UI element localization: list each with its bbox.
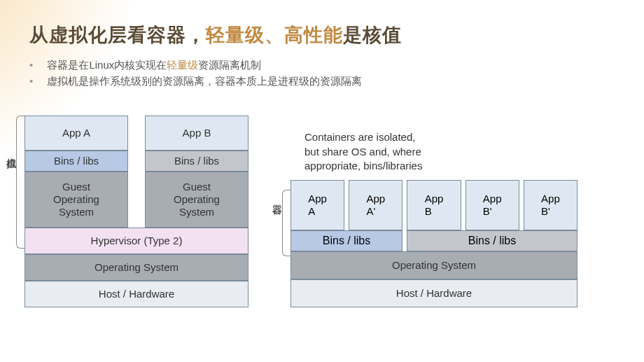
- vm-bracket: [16, 116, 24, 249]
- bullet-list: 容器是在Linux内核实现在轻量级资源隔离机制 虚拟机是操作系统级别的资源隔离，…: [29, 56, 362, 91]
- container-bins-right: Bins / libs: [407, 230, 578, 251]
- vm-guest-b: GuestOperatingSystem: [145, 172, 248, 228]
- container-host: Host / Hardware: [290, 279, 578, 307]
- container-note: Containers are isolated,but share OS and…: [304, 130, 578, 173]
- container-diagram: Containers are isolated,but share OS and…: [290, 130, 578, 307]
- vm-os: Operating System: [24, 254, 248, 281]
- vm-bins-a: Bins / libs: [24, 151, 128, 172]
- vm-hypervisor: Hypervisor (Type 2): [24, 228, 248, 254]
- container-app: AppB': [465, 180, 519, 230]
- container-bins-left: Bins / libs: [290, 230, 402, 251]
- container-os: Operating System: [290, 251, 578, 279]
- container-bins-row: Bins / libs Bins / libs: [290, 230, 578, 251]
- vm-diagram: 虚拟机 App A Bins / libs GuestOperatingSyst…: [24, 116, 248, 307]
- container-app: AppA: [290, 180, 344, 230]
- vm-app-a: App A: [24, 116, 128, 151]
- container-app: AppB: [407, 180, 461, 230]
- vm-app-b: App B: [145, 116, 248, 151]
- container-app: AppA': [349, 180, 402, 230]
- vm-host: Host / Hardware: [24, 281, 248, 307]
- container-app: AppB': [524, 180, 578, 230]
- slide-title: 从虚拟化层看容器，轻量级、高性能是核值: [29, 22, 402, 48]
- diagrams-container: 虚拟机 App A Bins / libs GuestOperatingSyst…: [24, 116, 578, 307]
- container-apps-row: AppA AppA' AppB AppB' AppB': [290, 180, 578, 230]
- container-bracket: [282, 190, 290, 256]
- vm-guest-a: GuestOperatingSystem: [24, 172, 128, 228]
- vm-bins-b: Bins / libs: [145, 151, 248, 172]
- bullet-item: 容器是在Linux内核实现在轻量级资源隔离机制: [29, 59, 362, 72]
- bullet-item: 虚拟机是操作系统级别的资源隔离，容器本质上是进程级的资源隔离: [29, 75, 362, 88]
